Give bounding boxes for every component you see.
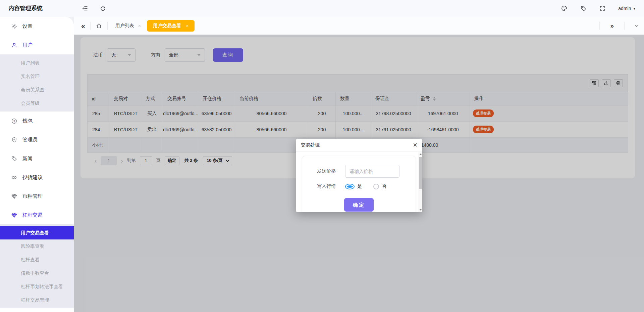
sidebar-item-settings[interactable]: 设置 [0,17,74,36]
tab-options-icon[interactable] [630,23,644,28]
quote-label: 写入行情 [316,183,336,189]
quote-field-row: 写入行情 是 否 [302,183,416,189]
radio-unselected-icon [373,184,379,189]
scroll-tabs-right-icon[interactable]: » [605,22,619,30]
user-icon [11,42,17,48]
sidebar-item-label: 钱包 [22,118,33,124]
radio-yes-label: 是 [357,183,362,189]
user-menu-label: admin [618,6,631,11]
sidebar: 设置 用户 用户列表 实名管理 会员关系图 会员等级 $ 钱包 [0,17,74,312]
divider [624,22,625,30]
sidebar-item-coin-management[interactable]: 币种管理 [0,187,74,206]
sidebar-item-wallet[interactable]: $ 钱包 [0,112,74,130]
price-field-row: 发送价格 [302,165,416,178]
tab-label: 用户列表 [115,23,134,29]
sidebar-submenu-users: 用户列表 实名管理 会员关系图 会员等级 [0,54,74,112]
refresh-icon[interactable] [100,5,106,12]
sidebar-submenu-leverage: 用户交易查看 风险率查看 杠杆查看 倍数手数查看 杠杆币划转法币查看 杠杆交易管… [0,224,74,308]
dialog-form-card: 发送价格 写入行情 是 否 确定 [302,156,416,212]
sidebar-item-leverage[interactable]: 杠杆交易 [0,206,74,224]
dialog-body: 发送价格 写入行情 是 否 确定 [296,152,422,212]
sidebar-item-feedback[interactable]: 投拆建议 [0,168,74,187]
gear-icon [11,23,17,30]
chevron-down-icon: ▾ [633,6,635,11]
sidebar-item-member-graph[interactable]: 会员关系图 [0,83,74,96]
close-icon[interactable]: × [413,141,417,149]
tag-icon[interactable] [580,5,587,12]
tab-label: 用户交易查看 [153,23,181,29]
sidebar-item-admins[interactable]: 管理员 [0,130,74,149]
radio-no[interactable]: 否 [373,183,386,189]
home-icon[interactable] [96,23,102,29]
tab-user-trade-view[interactable]: 用户交易查看 × [147,20,195,32]
price-label: 发送价格 [316,168,336,174]
scroll-up-icon[interactable] [419,153,422,155]
sidebar-item-leverage-manage[interactable]: 杠杆交易管理 [0,293,74,307]
dollar-circle-icon: $ [11,118,17,124]
sidebar-item-label: 投拆建议 [22,174,43,181]
confirm-button[interactable]: 确定 [344,198,374,212]
sidebar-item-member-level[interactable]: 会员等级 [0,96,74,110]
sidebar-item-label: 新闻 [22,155,33,162]
divider [599,22,600,30]
close-icon[interactable]: × [138,23,141,29]
link-icon [11,174,17,181]
close-icon[interactable]: × [186,23,189,29]
price-input[interactable] [345,165,399,178]
sidebar-item-news[interactable]: 新闻 [0,149,74,168]
tab-bar: « 用户列表 × 用户交易查看 × » [74,17,644,35]
top-header: 内容管理系统 [0,0,644,17]
dialog-title: 交易处理 [301,142,320,148]
scroll-down-icon[interactable] [419,209,422,211]
sidebar-item-realname[interactable]: 实名管理 [0,70,74,83]
trade-process-dialog: 交易处理 × 发送价格 写入行情 是 否 [296,139,422,212]
dialog-header: 交易处理 × [296,139,422,152]
main-content: 法币 无 方向 全部 查询 [74,35,644,312]
divider [107,22,108,30]
scrollbar-thumb[interactable] [419,157,422,189]
tag-icon [11,155,17,162]
sidebar-item-user-trade-view[interactable]: 用户交易查看 [0,226,74,239]
theme-palette-icon[interactable] [561,5,568,12]
shield-check-icon [11,137,17,143]
sidebar-item-label: 管理员 [22,137,38,143]
svg-text:$: $ [13,119,15,123]
sidebar-item-transfer-view[interactable]: 杠杆币划转法币查看 [0,280,74,293]
divider [90,22,91,30]
app-title: 内容管理系统 [8,0,43,17]
gem-icon [11,193,17,199]
sidebar-item-leverage-view[interactable]: 杠杆查看 [0,253,74,266]
sidebar-item-label: 杠杆交易 [22,212,43,218]
sidebar-fold-icon[interactable] [82,5,88,12]
gem-icon [11,212,17,218]
sidebar-item-user-list[interactable]: 用户列表 [0,56,74,70]
radio-yes[interactable]: 是 [345,183,362,189]
sidebar-item-label: 设置 [22,23,33,30]
user-menu[interactable]: admin ▾ [618,6,635,11]
radio-selected-icon [345,184,355,189]
collapse-tabs-icon[interactable]: « [81,22,85,29]
radio-no-label: 否 [382,183,386,189]
sidebar-item-label: 币种管理 [22,193,43,199]
tab-user-list[interactable]: 用户列表 × [115,23,141,29]
sidebar-item-users[interactable]: 用户 [0,36,74,54]
sidebar-item-risk-rate[interactable]: 风险率查看 [0,239,74,253]
sidebar-item-label: 用户 [22,42,33,48]
sidebar-item-multiple-fee[interactable]: 倍数手数查看 [0,266,74,280]
fullscreen-icon[interactable] [599,5,605,11]
dialog-scrollbar[interactable] [418,152,422,212]
